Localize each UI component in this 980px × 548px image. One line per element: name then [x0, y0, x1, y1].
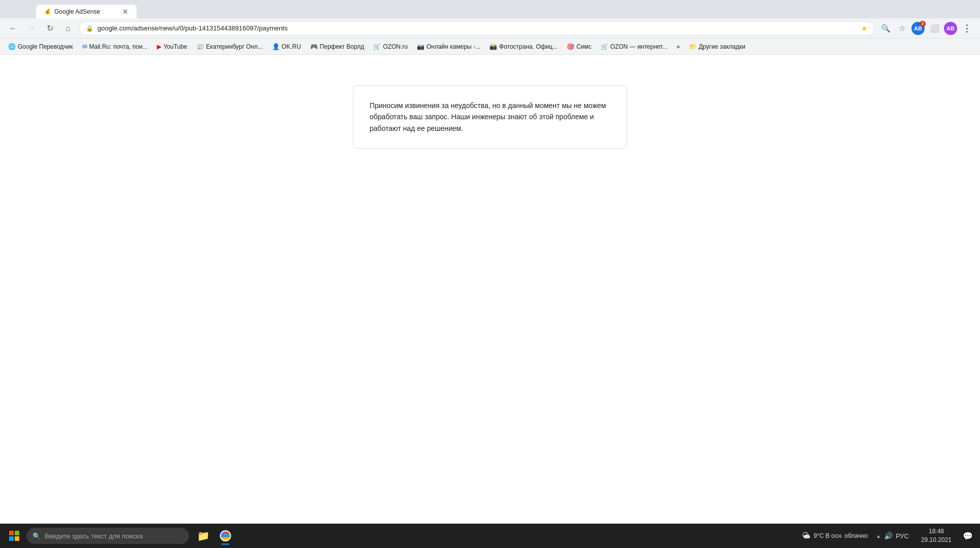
forward-button[interactable]: →	[24, 21, 39, 36]
bookmark-ozon1[interactable]: 🛒 OZON.ru	[369, 42, 412, 52]
back-button[interactable]: ←	[6, 21, 20, 36]
reload-button[interactable]: ↻	[43, 21, 57, 36]
bookmark-label: OZON — интернет...	[610, 43, 667, 50]
cast-button[interactable]: ⬜	[927, 21, 941, 36]
weather-icon: 🌥	[802, 531, 810, 540]
profile-button[interactable]: АВ	[943, 21, 958, 36]
home-button[interactable]: ⌂	[61, 21, 75, 36]
menu-button[interactable]: ⋮	[960, 21, 974, 36]
taskbar-search-input[interactable]	[45, 532, 183, 540]
chrome-icon	[220, 530, 231, 541]
browser-window: 💰 Google AdSense ✕ ← → ↻ ⌂ 🔒 google.com/…	[0, 0, 980, 548]
bookmark-star-icon[interactable]: ★	[861, 24, 868, 32]
page-content: Приносим извинения за неудобства, но в д…	[0, 55, 980, 548]
bookmark-label: OZON.ru	[383, 43, 408, 50]
taskbar-search[interactable]: 🔍	[26, 528, 189, 544]
bookmark-label: OK.RU	[282, 43, 301, 50]
bookmark-label: Google Переводчик	[18, 43, 73, 50]
clock-area[interactable]: 18:48 29.10.2021	[917, 527, 956, 544]
bookmark-label: Фотострана. Офиц...	[499, 43, 558, 50]
extensions-button[interactable]: AB 2	[911, 21, 925, 36]
error-card: Приносим извинения за неудобства, но в д…	[353, 85, 627, 149]
system-tray: ▲ 🔊 РУС	[872, 532, 913, 540]
clock-date: 29.10.2021	[921, 536, 952, 544]
bookmark-more[interactable]: »	[672, 42, 684, 52]
weather-text: 9°C В осн. облачно	[813, 532, 868, 539]
active-tab[interactable]: 💰 Google AdSense ✕	[36, 4, 137, 18]
extensions-badge: AB 2	[911, 22, 925, 35]
ozon1-icon: 🛒	[373, 43, 381, 50]
bookmark-label: Екатеринбург Онл...	[206, 43, 263, 50]
bookmark-label: YouTube	[164, 43, 187, 50]
error-message: Приносим извинения за неудобства, но в д…	[370, 100, 610, 134]
address-text: google.com/adsense/new/u/0/pub-141315443…	[97, 24, 857, 32]
bookmark-other[interactable]: 📁 Другие закладки	[685, 42, 749, 52]
google-translate-icon: 🌐	[8, 43, 16, 50]
profile-avatar: АВ	[944, 22, 957, 35]
tab-close-icon[interactable]: ✕	[118, 8, 128, 16]
tray-chevron[interactable]: ▲	[876, 533, 881, 539]
okru-icon: 👤	[272, 43, 280, 50]
nav-icons: 🔍 ☆ AB 2 ⬜ АВ ⋮	[878, 21, 974, 36]
lock-icon: 🔒	[86, 25, 93, 32]
bookmark-label: Симс	[576, 43, 592, 50]
bookmark-ozon2[interactable]: 🛒 OZON — интернет...	[597, 42, 671, 52]
taskbar-file-explorer[interactable]: 📁	[193, 526, 213, 546]
bookmark-youtube[interactable]: ▶ YouTube	[153, 42, 191, 52]
bookmark-label: Перфект Ворлд	[320, 43, 365, 50]
tab-bar: 💰 Google AdSense ✕	[0, 0, 980, 18]
youtube-icon: ▶	[157, 43, 161, 50]
other-bookmarks-icon: 📁	[689, 43, 697, 50]
windows-logo	[9, 531, 19, 541]
sims-icon: 🎯	[567, 43, 574, 50]
taskbar-chrome[interactable]	[215, 526, 236, 546]
more-label: »	[676, 43, 680, 50]
tab-favicon: 💰	[44, 8, 51, 15]
tab-title: Google AdSense	[54, 8, 100, 15]
search-icon-button[interactable]: 🔍	[878, 21, 893, 36]
bookmark-google-translate[interactable]: 🌐 Google Переводчик	[4, 42, 77, 52]
file-explorer-icon: 📁	[197, 530, 210, 542]
bookmark-fotostrana[interactable]: 📸 Фотострана. Офиц...	[485, 42, 562, 52]
bookmark-label: Mail.Ru: почта, пои...	[89, 43, 148, 50]
bookmark-star-button[interactable]: ☆	[895, 21, 909, 36]
mailru-icon: ✉	[82, 43, 87, 50]
taskbar: 🔍 📁	[0, 524, 980, 548]
bookmark-perfekt[interactable]: 🎮 Перфект Ворлд	[306, 42, 369, 52]
cameras-icon: 📷	[417, 43, 424, 50]
navigation-bar: ← → ↻ ⌂ 🔒 google.com/adsense/new/u/0/pub…	[0, 18, 980, 39]
bookmarks-bar: 🌐 Google Переводчик ✉ Mail.Ru: почта, по…	[0, 39, 980, 55]
weather-area: 🌥 9°C В осн. облачно	[802, 531, 868, 540]
bookmark-label: Другие закладки	[699, 43, 745, 50]
language-label: РУС	[896, 532, 909, 540]
bookmark-mailru[interactable]: ✉ Mail.Ru: почта, пои...	[78, 42, 152, 52]
taskbar-apps: 📁	[193, 526, 236, 546]
notification-button[interactable]: 💬	[960, 528, 976, 544]
fotostrana-icon: 📸	[489, 43, 497, 50]
taskbar-right: 🌥 9°C В осн. облачно ▲ 🔊 РУС 18:48 29.10…	[802, 527, 976, 544]
bookmark-label: Онлайн камеры -...	[427, 43, 480, 50]
svg-point-4	[224, 535, 227, 537]
ekaterinburg-icon: 📰	[197, 43, 204, 50]
address-bar[interactable]: 🔒 google.com/adsense/new/u/0/pub-1413154…	[79, 21, 874, 36]
volume-icon[interactable]: 🔊	[884, 532, 893, 540]
search-icon: 🔍	[32, 532, 41, 540]
perfekt-icon: 🎮	[310, 43, 318, 50]
start-button[interactable]	[4, 526, 24, 546]
bookmark-sims[interactable]: 🎯 Симс	[563, 42, 596, 52]
ozon2-icon: 🛒	[601, 43, 608, 50]
clock-time: 18:48	[929, 527, 944, 536]
bookmark-ekaterinburg[interactable]: 📰 Екатеринбург Онл...	[192, 42, 267, 52]
notification-icon: 💬	[963, 531, 973, 541]
bookmark-cameras[interactable]: 📷 Онлайн камеры -...	[413, 42, 484, 52]
extensions-badge-count: 2	[920, 21, 926, 27]
bookmark-okru[interactable]: 👤 OK.RU	[268, 42, 305, 52]
